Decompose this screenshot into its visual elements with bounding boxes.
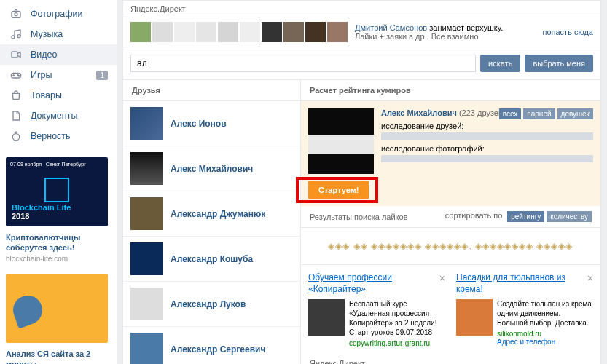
nav-music[interactable]: Музыка: [0, 24, 117, 44]
feed-enter-link[interactable]: попасть сюда: [542, 28, 593, 36]
promo-image-2: [6, 274, 108, 343]
ad-contact[interactable]: Адрес и телефон: [497, 338, 593, 346]
tab-girls[interactable]: девушек: [557, 108, 593, 119]
friend-item[interactable]: Александр Кошуба: [123, 237, 300, 282]
tab-guys[interactable]: парней: [523, 108, 555, 119]
sort-count[interactable]: количеству: [547, 211, 592, 222]
feed-thumb[interactable]: [152, 22, 173, 42]
close-icon[interactable]: ×: [587, 272, 593, 284]
friend-item[interactable]: Александр Сергеевич: [123, 327, 300, 364]
svg-point-7: [18, 76, 19, 76]
select-me-button[interactable]: выбрать меня: [525, 55, 593, 72]
promo-blockchain[interactable]: 07-08 ноября Санкт-Петербург Blockchain …: [6, 157, 111, 263]
games-badge: 1: [96, 71, 108, 80]
avatar: [130, 197, 163, 230]
placeholder-text: ◈◈◈ ◈◈ ◈◈◈◈◈◈◈ ◈◈◈◈◈◈, ◈◈◈◈◈◈◈◈ ◈◈◈◈◈: [301, 228, 600, 264]
promo-image: 07-08 ноября Санкт-Петербург Blockchain …: [6, 157, 108, 226]
avatar: [130, 152, 163, 185]
progress-bar: [381, 132, 593, 140]
feed-thumb[interactable]: [240, 22, 260, 42]
feed-thumb[interactable]: [262, 22, 282, 42]
ad-domain[interactable]: copywriting.artur-grant.ru: [349, 339, 445, 347]
nav-loyalty[interactable]: Верность: [0, 126, 117, 146]
nav-video[interactable]: Видео: [0, 44, 117, 65]
avatar: [130, 242, 163, 275]
friend-item[interactable]: Александр Джуманюк: [123, 191, 300, 237]
friends-header: Друзья: [123, 80, 300, 101]
feed-thumb[interactable]: [218, 22, 238, 42]
svg-point-1: [15, 13, 17, 16]
start-button[interactable]: Стартуем!: [308, 181, 369, 199]
results-header: Результаты поиска лайков: [310, 213, 408, 221]
friend-item[interactable]: Алекс Михайлович: [123, 146, 300, 191]
search-button[interactable]: искать: [480, 55, 520, 72]
rating-header: Расчет рейтинга кумиров: [301, 80, 600, 101]
topbar-label: Яндекс.Директ: [122, 0, 601, 17]
feed-thumb[interactable]: [305, 22, 326, 42]
promo-analysis[interactable]: Анализ СЯ сайта за 2 минуты: [6, 274, 111, 364]
ad-title-link[interactable]: Обучаем профессии «Копирайтер»: [308, 272, 445, 295]
svg-rect-0: [12, 12, 20, 18]
music-icon: [9, 27, 23, 41]
avatar: [130, 288, 163, 320]
feed-thumb[interactable]: [196, 22, 216, 42]
ad-image[interactable]: [456, 299, 493, 336]
close-icon[interactable]: ×: [439, 272, 445, 284]
camera-icon: [9, 7, 23, 21]
rating-avatar: [308, 108, 374, 174]
feed-thumb[interactable]: [327, 22, 348, 42]
footer-label: Яндекс.Директ: [301, 355, 600, 364]
sort-rating[interactable]: рейтингу: [507, 211, 544, 222]
friend-item[interactable]: Александр Луков: [123, 282, 300, 327]
nav-docs[interactable]: Документы: [0, 106, 117, 126]
doc-icon: [9, 108, 23, 123]
progress-bar: [381, 155, 593, 162]
avatar: [130, 107, 163, 140]
nav-photos[interactable]: Фотографии: [0, 4, 117, 24]
feed-thumb[interactable]: [174, 22, 195, 42]
ad-block: × Обучаем профессии «Копирайтер» Бесплат…: [308, 272, 445, 347]
friend-item[interactable]: Алекс Ионов: [123, 101, 300, 146]
search-input[interactable]: [130, 55, 476, 72]
tab-all[interactable]: всех: [499, 108, 522, 119]
feed-thumb[interactable]: [283, 22, 304, 42]
video-icon: [9, 47, 23, 62]
feed-thumb[interactable]: [130, 22, 151, 42]
svg-rect-4: [12, 52, 17, 58]
ring-icon: [9, 129, 23, 143]
avatar: [130, 333, 163, 364]
ad-domain[interactable]: silikonmold.ru: [497, 330, 593, 338]
ad-block: × Насадки для тюльпанов из крема! Создай…: [456, 272, 593, 347]
bag-icon: [9, 88, 23, 103]
ad-title-link[interactable]: Насадки для тюльпанов из крема!: [456, 272, 593, 295]
ad-image[interactable]: [308, 299, 345, 336]
svg-point-8: [12, 134, 19, 141]
rating-box: всех парней девушек Алекс Михайлович (22…: [301, 101, 600, 206]
nav-goods[interactable]: Товары: [0, 85, 117, 106]
feed-bar: Дмитрий Самсонов занимает верхушку. Лайк…: [122, 17, 601, 47]
feed-user-link[interactable]: Дмитрий Самсонов: [355, 23, 427, 32]
nav-games[interactable]: Игры 1: [0, 65, 117, 85]
gamepad-icon: [9, 68, 23, 82]
